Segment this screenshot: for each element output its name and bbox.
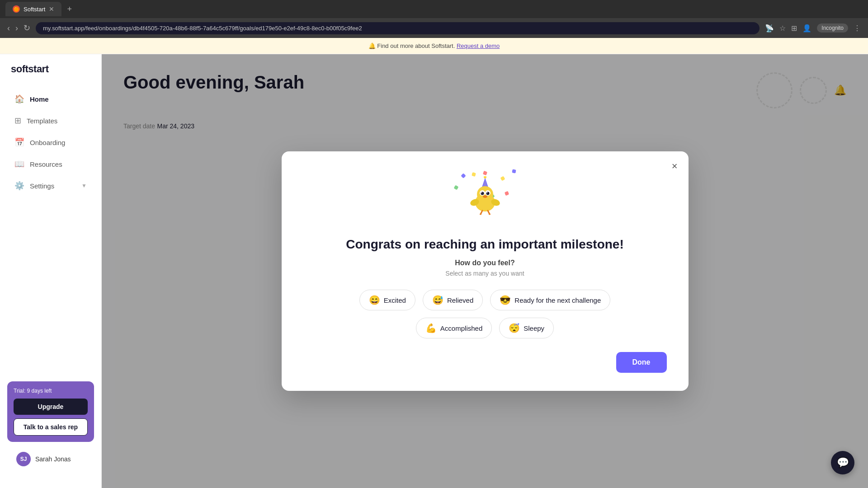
banner-link[interactable]: Request a demo	[457, 42, 500, 49]
trial-box: Trial: 9 days left Upgrade Talk to a sal…	[7, 381, 94, 442]
modal-mascot	[303, 169, 667, 228]
confetti-7	[472, 172, 476, 177]
accomplished-label: Accomplished	[440, 324, 482, 332]
profile-icon[interactable]: 👤	[802, 24, 811, 33]
svg-point-7	[481, 192, 482, 193]
onboarding-icon: 📅	[14, 137, 24, 147]
modal-subtitle: How do you feel?	[303, 259, 667, 267]
extension-icon[interactable]: ⊞	[791, 24, 797, 33]
ready-emoji: 😎	[500, 295, 511, 305]
feeling-row-1: 😄 Excited 😅 Relieved 😎 Ready for the nex…	[359, 290, 611, 310]
sidebar-label-templates: Templates	[27, 117, 57, 125]
confetti-2	[483, 171, 487, 175]
sidebar: softstart 🏠 Home ⊞ Templates 📅 Onboardin…	[0, 54, 102, 488]
sidebar-item-onboarding[interactable]: 📅 Onboarding	[4, 132, 98, 153]
templates-icon: ⊞	[14, 116, 21, 126]
modal-close-button[interactable]: ×	[672, 160, 678, 172]
feeling-excited-button[interactable]: 😄 Excited	[359, 290, 415, 310]
back-button[interactable]: ‹	[7, 23, 10, 33]
forward-button[interactable]: ›	[15, 23, 18, 33]
sidebar-label-resources: Resources	[30, 160, 62, 168]
svg-point-9	[486, 192, 489, 195]
main-content: Good evening, Sarah 🔔 Target date Mar 24…	[102, 54, 868, 488]
sidebar-item-settings[interactable]: ⚙️ Settings ▼	[4, 175, 98, 196]
modal-hint: Select as many as you want	[303, 270, 667, 277]
modal-title: Congrats on reaching an important milest…	[303, 237, 667, 252]
user-name: Sarah Jonas	[35, 455, 71, 463]
bookmark-icon[interactable]: ☆	[779, 24, 786, 33]
app-layout: softstart 🏠 Home ⊞ Templates 📅 Onboardin…	[0, 54, 868, 488]
chat-button[interactable]: 💬	[831, 451, 854, 474]
excited-emoji: 😄	[369, 295, 380, 305]
done-button[interactable]: Done	[616, 352, 667, 373]
svg-point-4	[477, 186, 493, 202]
cast-icon[interactable]: 📡	[765, 24, 774, 33]
relieved-label: Relieved	[447, 296, 473, 304]
trial-text: Trial: 9 days left	[14, 388, 88, 394]
new-tab-button[interactable]: +	[67, 5, 72, 14]
feeling-options: 😄 Excited 😅 Relieved 😎 Ready for the nex…	[303, 290, 667, 338]
user-row: SJ Sarah Jonas	[7, 446, 94, 472]
browser-tab[interactable]: 🟠 Softstart ✕	[5, 2, 61, 16]
resources-icon: 📖	[14, 159, 24, 169]
excited-label: Excited	[384, 296, 406, 304]
modal-footer: Done	[303, 352, 667, 373]
ready-label: Ready for the next challenge	[514, 296, 601, 304]
sidebar-nav: 🏠 Home ⊞ Templates 📅 Onboarding 📖 Resour…	[0, 88, 101, 374]
confetti-animation	[449, 169, 521, 228]
svg-line-15	[488, 211, 490, 214]
feeling-accomplished-button[interactable]: 💪 Accomplished	[416, 318, 492, 338]
tab-favicon: 🟠	[13, 5, 20, 13]
sidebar-bottom: Trial: 9 days left Upgrade Talk to a sal…	[0, 374, 101, 479]
sleepy-label: Sleepy	[524, 324, 544, 332]
feeling-ready-button[interactable]: 😎 Ready for the next challenge	[490, 290, 610, 310]
address-bar[interactable]	[36, 22, 760, 34]
sidebar-item-resources[interactable]: 📖 Resources	[4, 154, 98, 174]
milestone-modal: ×	[282, 151, 689, 391]
feeling-sleepy-button[interactable]: 😴 Sleepy	[499, 318, 554, 338]
confetti-4	[454, 185, 459, 190]
sidebar-item-home[interactable]: 🏠 Home	[4, 89, 98, 109]
svg-point-2	[484, 176, 486, 178]
accomplished-emoji: 💪	[425, 323, 437, 333]
browser-nav: ‹ › ↻ 📡 ☆ ⊞ 👤 Incognito ⋮	[0, 18, 868, 38]
svg-point-10	[486, 192, 487, 193]
sidebar-label-settings: Settings	[30, 182, 54, 190]
feeling-row-2: 💪 Accomplished 😴 Sleepy	[416, 318, 554, 338]
sleepy-emoji: 😴	[509, 323, 520, 333]
browser-chrome: 🟠 Softstart ✕ +	[0, 0, 868, 18]
sidebar-label-home: Home	[30, 95, 49, 103]
sidebar-logo: softstart	[0, 63, 101, 88]
settings-icon: ⚙️	[14, 181, 24, 191]
promo-banner: 🔔 Find out more about Softstart. Request…	[0, 38, 868, 54]
confetti-6	[505, 191, 509, 196]
banner-text: Find out more about Softstart.	[377, 42, 455, 49]
banner-icon: 🔔	[368, 42, 376, 49]
feeling-relieved-button[interactable]: 😅 Relieved	[423, 290, 483, 310]
incognito-badge: Incognito	[817, 23, 848, 33]
svg-line-14	[481, 211, 482, 214]
mascot-bird	[465, 176, 505, 217]
relieved-emoji: 😅	[432, 295, 443, 305]
upgrade-button[interactable]: Upgrade	[14, 399, 88, 415]
avatar: SJ	[16, 452, 31, 466]
home-icon: 🏠	[14, 94, 24, 104]
svg-point-11	[483, 195, 487, 198]
nav-icons: 📡 ☆ ⊞ 👤 Incognito ⋮	[765, 23, 861, 33]
tab-close-button[interactable]: ✕	[49, 5, 54, 13]
sidebar-label-onboarding: Onboarding	[30, 139, 65, 146]
sidebar-item-templates[interactable]: ⊞ Templates	[4, 110, 98, 131]
tab-title: Softstart	[24, 6, 45, 13]
svg-point-6	[481, 192, 484, 195]
reload-button[interactable]: ↻	[24, 23, 30, 33]
menu-icon[interactable]: ⋮	[854, 24, 861, 33]
sales-rep-button[interactable]: Talk to a sales rep	[14, 418, 88, 436]
confetti-5	[512, 169, 516, 173]
chevron-down-icon: ▼	[81, 183, 87, 189]
